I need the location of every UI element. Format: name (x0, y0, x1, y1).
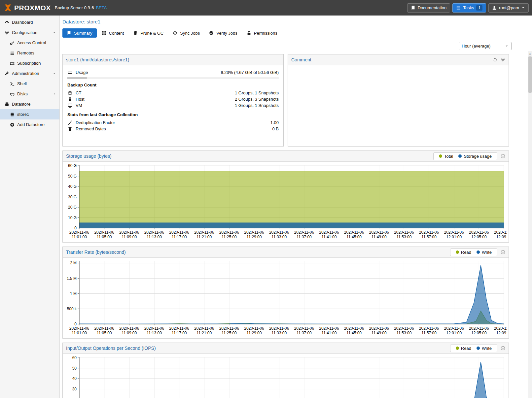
datastore-summary-panel: store1 (/mnt/datastores/store1) Usage 9.… (62, 54, 284, 147)
product-version: Backup Server 0.9-6 (55, 5, 94, 10)
main-content: Datastore: store1 Summary Content Prune … (60, 16, 532, 398)
tab-permissions[interactable]: Permissions (242, 28, 282, 38)
comment-panel: Comment (288, 54, 509, 147)
sidebar-item-add-datastore[interactable]: Add Datastore (0, 119, 59, 130)
sidebar-item-label: Configuration (12, 30, 37, 35)
documentation-button[interactable]: Documentation (407, 3, 450, 13)
legend-item-total[interactable]: Total (436, 153, 456, 159)
ct-label: CT (76, 90, 81, 95)
svg-text:2020-11-06: 2020-11-06 (319, 230, 339, 235)
comment-body[interactable] (288, 65, 509, 146)
svg-text:2020-11-06: 2020-11-06 (469, 326, 489, 331)
svg-text:11:05:00: 11:05:00 (97, 235, 112, 239)
collapse-icon[interactable] (501, 250, 505, 254)
svg-text:11:57:00: 11:57:00 (421, 235, 437, 239)
svg-text:2020-11-06: 2020-11-06 (344, 326, 364, 331)
caret-down-icon (53, 31, 56, 34)
sidebar-item-label: Remotes (17, 50, 34, 55)
legend-item-read[interactable]: Read (453, 249, 474, 255)
svg-text:2020-11-06: 2020-11-06 (294, 326, 314, 331)
sidebar-item-store1[interactable]: store1 (0, 109, 59, 119)
ticket-icon (10, 61, 15, 66)
usage-row: Usage 9.23% (4.67 GiB of 50.56 GiB) (67, 69, 279, 76)
legend-item-write[interactable]: Write (474, 249, 494, 255)
removed-bytes-label: Removed Bytes (76, 126, 106, 131)
usage-progress-bar (67, 77, 279, 79)
tab-content[interactable]: Content (97, 28, 128, 38)
sidebar-item-label: Dashboard (12, 20, 33, 25)
svg-text:11:01:00: 11:01:00 (72, 331, 87, 335)
building-icon (67, 97, 73, 102)
svg-text:2020-11-06: 2020-11-06 (119, 230, 139, 235)
svg-text:2020-11-06: 2020-11-06 (94, 326, 114, 331)
svg-text:2020-11-06: 2020-11-06 (444, 230, 464, 235)
sidebar-item-access-control[interactable]: Access Control (0, 38, 59, 48)
svg-text:12:09:00: 12:09:00 (496, 235, 507, 239)
timeframe-select[interactable]: Hour (average) (459, 42, 512, 50)
svg-text:11:17:00: 11:17:00 (172, 235, 187, 239)
svg-text:11:53:00: 11:53:00 (396, 331, 411, 335)
ct-value: 1 Groups, 1 Snapshots (235, 90, 279, 95)
svg-text:11:17:00: 11:17:00 (172, 331, 187, 335)
svg-text:11:37:00: 11:37:00 (297, 331, 312, 335)
grid-icon (102, 31, 106, 35)
vertical-scrollbar[interactable]: ▲ (528, 51, 532, 398)
svg-text:1 M: 1 M (70, 291, 77, 296)
usage-progress-fill (67, 77, 87, 79)
legend-label: Write (482, 250, 492, 255)
storage-usage-chart: 2020-11-0611:01:002020-11-0611:05:002020… (63, 162, 509, 242)
svg-text:12:05:00: 12:05:00 (471, 331, 487, 335)
sidebar-item-remotes[interactable]: Remotes (0, 48, 59, 58)
legend-item-storage-usage[interactable]: Storage usage (456, 153, 494, 159)
sidebar-item-disks[interactable]: Disks (0, 89, 59, 99)
legend-item-read[interactable]: Read (453, 346, 474, 351)
user-menu-button[interactable]: root@pam (488, 3, 529, 13)
svg-text:2020-11-06: 2020-11-06 (319, 326, 339, 331)
page-title: Datastore: store1 (62, 19, 532, 24)
svg-text:11:09:00: 11:09:00 (122, 331, 137, 335)
svg-text:2020-11-06: 2020-11-06 (244, 326, 264, 331)
sidebar-item-administration[interactable]: Administration (0, 68, 59, 79)
svg-text:2020-11-06: 2020-11-06 (419, 230, 439, 235)
caret-right-icon (53, 92, 56, 96)
tab-summary[interactable]: Summary (62, 28, 97, 38)
sidebar-item-shell[interactable]: Shell (0, 79, 59, 89)
tasks-button[interactable]: Tasks 1 (452, 3, 486, 13)
legend-item-write[interactable]: Write (474, 346, 494, 351)
beta-link[interactable]: BETA (96, 5, 107, 10)
tab-label: Permissions (254, 31, 277, 36)
dedup-row: Deduplication Factor 1.00 (67, 119, 279, 126)
scrollbar-up-icon[interactable]: ▲ (528, 51, 532, 56)
sidebar-item-dashboard[interactable]: Dashboard (0, 17, 59, 27)
terminal-icon (10, 82, 15, 86)
sidebar-item-subscription[interactable]: Subscription (0, 58, 59, 68)
documentation-label: Documentation (418, 5, 446, 10)
svg-text:60: 60 (72, 355, 77, 360)
backup-count-heading: Backup Count (67, 83, 279, 87)
svg-text:11:45:00: 11:45:00 (346, 235, 362, 239)
sidebar-item-datastore[interactable]: Datastore (0, 99, 59, 109)
svg-text:2020-11-06: 2020-11-06 (169, 326, 189, 331)
sidebar-item-configuration[interactable]: Configuration (0, 27, 59, 38)
svg-text:11:33:00: 11:33:00 (271, 331, 287, 335)
collapse-icon[interactable] (501, 346, 505, 350)
panel-title: store1 (/mnt/datastores/store1) (66, 57, 129, 62)
svg-text:0: 0 (74, 322, 77, 326)
gear-icon[interactable] (501, 57, 505, 62)
svg-text:11:49:00: 11:49:00 (372, 235, 387, 239)
tab-sync-jobs[interactable]: Sync Jobs (168, 28, 204, 38)
svg-text:12:09:00: 12:09:00 (496, 331, 507, 335)
svg-text:2020-11-06: 2020-11-06 (494, 230, 507, 235)
scrollbar-thumb[interactable] (528, 56, 532, 93)
panel-title: Comment (291, 57, 311, 62)
svg-text:2020-11-06: 2020-11-06 (294, 230, 314, 235)
transfer-rate-chart: 2020-11-0611:01:002020-11-0611:05:002020… (63, 258, 509, 338)
svg-text:11:21:00: 11:21:00 (196, 235, 212, 239)
plus-circle-icon (10, 122, 15, 127)
tab-verify-jobs[interactable]: Verify Jobs (205, 28, 242, 38)
tab-prune-gc[interactable]: Prune & GC (129, 28, 168, 38)
reload-icon[interactable] (493, 57, 497, 62)
iops-panel: Input/Output Operations per Second (IOPS… (62, 343, 509, 398)
collapse-icon[interactable] (501, 154, 505, 158)
list-icon (10, 51, 15, 55)
